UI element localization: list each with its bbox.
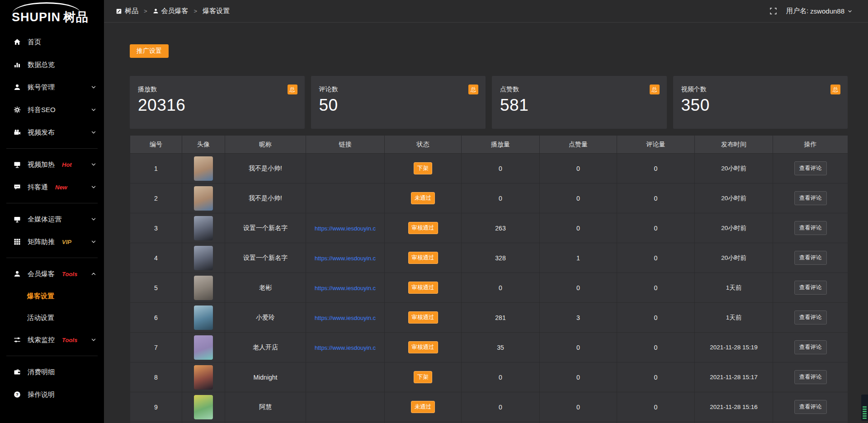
wallet-icon xyxy=(14,368,22,376)
cell-nickname: 小爱玲 xyxy=(225,303,306,333)
cell-likes: 3 xyxy=(540,303,617,333)
chevron-down-icon xyxy=(90,216,97,222)
cell-nickname: 设置一个新名字 xyxy=(225,213,306,243)
cell-nickname: 老人开店 xyxy=(225,333,306,362)
cell-comments: 0 xyxy=(617,243,695,273)
performance-widget xyxy=(861,395,868,421)
cell-comments: 0 xyxy=(617,213,695,243)
cell-plays: 328 xyxy=(462,243,540,273)
cell-id: 5 xyxy=(130,273,182,303)
app-root: SHUPIN树品 首页 数据总览 账号管理 抖音SEO xyxy=(0,0,868,423)
avatar xyxy=(194,186,213,211)
chevron-down-icon xyxy=(90,184,97,190)
view-comments-button[interactable]: 查看评论 xyxy=(794,310,827,324)
sidebar-item-clue-monitoring[interactable]: 线索监控 Tools xyxy=(0,329,104,351)
cell-nickname: 我不是小帅! xyxy=(225,183,306,213)
sidebar-item-label: 抖客通 xyxy=(28,183,48,192)
video-link[interactable]: https://www.iesdouyin.c xyxy=(315,344,376,351)
cell-id: 9 xyxy=(130,392,182,422)
member-icon xyxy=(14,270,22,277)
stat-card-videos: 视频个数 350 总 xyxy=(673,76,848,129)
sidebar-item-douyin-seo[interactable]: 抖音SEO xyxy=(0,99,104,121)
sidebar-item-operation-guide[interactable]: ? 操作说明 xyxy=(0,383,104,406)
sidebar-item-label: 首页 xyxy=(28,38,41,47)
table-header-row: 编号 头像 昵称 链接 状态 播放量 点赞量 评论量 发布时间 操作 xyxy=(130,136,848,154)
stat-value: 20316 xyxy=(138,96,297,115)
grid-icon xyxy=(14,238,22,245)
stat-card-plays: 播放数 20316 总 xyxy=(130,76,305,129)
stat-cards: 播放数 20316 总 评论数 50 总 点赞数 581 总 视频个数 350 xyxy=(130,76,848,129)
sidebar-item-label: 视频加热 xyxy=(28,160,55,169)
sidebar-item-label: 消费明细 xyxy=(28,368,55,376)
view-comments-button[interactable]: 查看评论 xyxy=(794,370,827,384)
stat-label: 播放数 xyxy=(138,85,297,94)
cell-publish-time: 20小时前 xyxy=(695,154,773,183)
view-comments-button[interactable]: 查看评论 xyxy=(794,400,827,414)
video-link[interactable]: https://www.iesdouyin.c xyxy=(315,285,376,291)
user-menu[interactable]: 用户名: zswodun88 xyxy=(786,7,853,15)
column-header-plays: 播放量 xyxy=(462,136,540,154)
sidebar-item-home[interactable]: 首页 xyxy=(0,31,104,53)
chevron-down-icon xyxy=(90,239,97,245)
cell-comments: 0 xyxy=(617,392,695,422)
view-comments-button[interactable]: 查看评论 xyxy=(794,161,827,175)
sidebar-item-consumption-details[interactable]: 消费明细 xyxy=(0,361,104,383)
breadcrumb-item-member-baoke[interactable]: 会员爆客 xyxy=(153,7,189,15)
view-comments-button[interactable]: 查看评论 xyxy=(794,191,827,205)
view-comments-button[interactable]: 查看评论 xyxy=(794,281,827,295)
video-table: 编号 头像 昵称 链接 状态 播放量 点赞量 评论量 发布时间 操作 xyxy=(130,135,848,423)
cell-plays: 263 xyxy=(462,213,540,243)
sidebar-divider xyxy=(6,148,98,149)
view-comments-button[interactable]: 查看评论 xyxy=(794,340,827,354)
fullscreen-icon[interactable] xyxy=(769,7,777,15)
question-icon: ? xyxy=(14,391,22,398)
column-header-status: 状态 xyxy=(385,136,462,154)
video-link[interactable]: https://www.iesdouyin.c xyxy=(315,315,376,321)
sidebar-divider xyxy=(6,258,98,258)
sidebar-item-matrix-boost[interactable]: 矩阵助推 VIP xyxy=(0,230,104,253)
sidebar-subitem-activity-settings[interactable]: 活动设置 xyxy=(0,307,104,329)
sidebar-item-account-management[interactable]: 账号管理 xyxy=(0,76,104,99)
brand-logo[interactable]: SHUPIN树品 xyxy=(0,0,104,28)
view-comments-button[interactable]: 查看评论 xyxy=(794,251,827,265)
status-badge: 下架 xyxy=(414,162,432,174)
cell-comments: 0 xyxy=(617,333,695,362)
sidebar-item-doukettong[interactable]: 抖客通 New xyxy=(0,176,104,198)
video-link[interactable]: https://www.iesdouyin.c xyxy=(315,225,376,232)
cell-plays: 0 xyxy=(462,362,540,392)
sidebar-item-label: 账号管理 xyxy=(28,83,55,92)
cell-likes: 0 xyxy=(540,333,617,362)
table-row: 1 我不是小帅! 下架 0 0 0 20小时前 查看评论 xyxy=(130,154,848,183)
sidebar-item-label: 线索监控 xyxy=(28,336,55,344)
sidebar-item-video-heating[interactable]: 视频加热 Hot xyxy=(0,153,104,176)
chevron-down-icon xyxy=(90,337,97,343)
cell-id: 1 xyxy=(130,154,182,183)
cell-publish-time: 1天前 xyxy=(695,273,773,303)
cell-plays: 0 xyxy=(462,154,540,183)
cell-comments: 0 xyxy=(617,154,695,183)
sidebar-item-data-overview[interactable]: 数据总览 xyxy=(0,53,104,76)
sidebar-item-label: 操作说明 xyxy=(28,390,55,399)
avatar xyxy=(194,246,213,270)
breadcrumb-item-baoke-settings[interactable]: 爆客设置 xyxy=(203,7,230,15)
cell-id: 6 xyxy=(130,303,182,333)
table-row: 4 设置一个新名字 https://www.iesdouyin.c 审核通过 3… xyxy=(130,243,848,273)
main-area: 树品 > 会员爆客 > 爆客设置 用户名: zswodun88 xyxy=(104,0,868,423)
video-link[interactable]: https://www.iesdouyin.c xyxy=(315,255,376,262)
home-icon xyxy=(14,38,22,46)
sidebar-subitem-baoke-settings[interactable]: 爆客设置 xyxy=(0,285,104,307)
cell-comments: 0 xyxy=(617,183,695,213)
table-row: 6 小爱玲 https://www.iesdouyin.c 审核通过 281 3… xyxy=(130,303,848,333)
sidebar-item-member-baoke[interactable]: 会员爆客 Tools xyxy=(0,263,104,285)
promotion-settings-button[interactable]: 推广设置 xyxy=(130,44,169,58)
sidebar-item-media-operation[interactable]: 全媒体运营 xyxy=(0,208,104,230)
view-comments-button[interactable]: 查看评论 xyxy=(794,221,827,235)
breadcrumb-item-shupin[interactable]: 树品 xyxy=(116,7,138,15)
column-header-avatar: 头像 xyxy=(182,136,225,154)
cell-likes: 1 xyxy=(540,243,617,273)
avatar xyxy=(194,276,213,300)
stat-value: 581 xyxy=(500,96,659,115)
vip-badge: VIP xyxy=(62,239,71,245)
sidebar-item-video-publish[interactable]: 视频发布 xyxy=(0,121,104,144)
cell-publish-time: 1天前 xyxy=(695,303,773,333)
